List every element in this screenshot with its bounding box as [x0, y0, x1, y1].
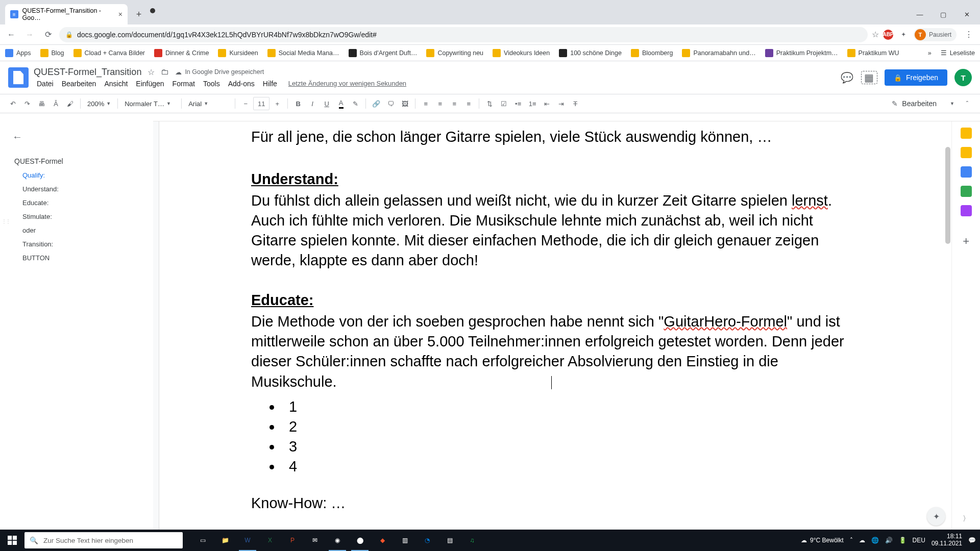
undo-button[interactable]: ↶: [6, 97, 19, 110]
new-tab-button[interactable]: +: [132, 7, 146, 21]
share-button[interactable]: Freigeben: [885, 69, 947, 86]
notepad-icon[interactable]: ▤: [439, 530, 460, 551]
outline-drag-handle[interactable]: ⋮⋮: [2, 218, 10, 224]
menu-datei[interactable]: Datei: [34, 79, 57, 89]
align-left-button[interactable]: ≡: [419, 97, 432, 110]
print-button[interactable]: 🖶: [35, 97, 48, 110]
present-icon[interactable]: ▦: [861, 71, 877, 84]
chrome-account-dot-icon[interactable]: [150, 8, 155, 13]
menu-hilfe[interactable]: Hilfe: [260, 79, 280, 89]
bookmark-star-icon[interactable]: ☆: [872, 30, 879, 39]
bookmark-item[interactable]: Praktikum Projektm…: [765, 49, 838, 57]
window-maximize-button[interactable]: ▢: [932, 6, 954, 22]
spellcheck-button[interactable]: Ǎ: [49, 97, 62, 110]
outdent-button[interactable]: ⇤: [540, 97, 553, 110]
menu-ansicht[interactable]: Ansicht: [101, 79, 131, 89]
window-minimize-button[interactable]: —: [909, 6, 931, 22]
bookmark-item[interactable]: Panoramabahn und…: [682, 49, 755, 57]
outline-item-button[interactable]: BUTTON: [0, 251, 153, 265]
add-addon-button[interactable]: +: [963, 235, 969, 248]
word-icon[interactable]: W: [237, 530, 258, 551]
nav-back-button[interactable]: ←: [4, 28, 18, 42]
bulleted-list-button[interactable]: •≡: [511, 97, 525, 110]
battery-icon[interactable]: 🔋: [899, 537, 906, 544]
app-icon[interactable]: ▥: [394, 530, 415, 551]
clear-format-button[interactable]: T: [569, 97, 582, 110]
font-size-increase[interactable]: +: [271, 97, 284, 110]
link-button[interactable]: 🔗: [370, 97, 383, 110]
menu-format[interactable]: Format: [169, 79, 198, 89]
keep-icon[interactable]: [961, 147, 972, 158]
paint-format-button[interactable]: 🖌: [63, 97, 77, 110]
menu-tools[interactable]: Tools: [200, 79, 223, 89]
powerpoint-icon[interactable]: P: [282, 530, 303, 551]
style-select[interactable]: Normaler T…▼: [121, 100, 178, 108]
brave-icon[interactable]: ◆: [372, 530, 393, 551]
bookmark-item[interactable]: Cload + Canva Bilder: [74, 49, 145, 57]
font-size-input[interactable]: 11: [253, 97, 270, 110]
volume-icon[interactable]: 🔊: [885, 537, 893, 544]
menu-addons[interactable]: Add-ons: [225, 79, 258, 89]
font-size-decrease[interactable]: −: [239, 97, 252, 110]
star-icon[interactable]: ☆: [148, 67, 155, 77]
browser-tab[interactable]: ≡ QUEST-Formel_Transition - Goo… ×: [5, 4, 128, 24]
tray-chevron-icon[interactable]: ˄: [850, 537, 853, 544]
document-page[interactable]: Für all jene, die schon länger Gitarre s…: [159, 121, 951, 530]
document-title[interactable]: QUEST-Formel_Transition: [34, 67, 141, 78]
close-tab-icon[interactable]: ×: [118, 10, 122, 18]
notifications-icon[interactable]: 💬: [968, 537, 976, 544]
outline-item-qualify[interactable]: Qualify:: [0, 168, 153, 182]
bookmark-item[interactable]: Kursideen: [218, 49, 258, 57]
menu-einfuegen[interactable]: Einfügen: [133, 79, 167, 89]
move-icon[interactable]: 🗀: [161, 67, 169, 77]
align-right-button[interactable]: ≡: [448, 97, 461, 110]
onedrive-icon[interactable]: ☁: [859, 537, 865, 544]
network-icon[interactable]: 🌐: [871, 537, 879, 544]
zoom-select[interactable]: 200%▼: [84, 100, 114, 108]
editing-mode-select[interactable]: Bearbeiten▼: [887, 99, 960, 108]
apps-button[interactable]: Apps: [5, 49, 31, 57]
bookmark-item[interactable]: Dinner & Crime: [154, 49, 209, 57]
bold-button[interactable]: B: [291, 97, 305, 110]
explorer-icon[interactable]: 📁: [214, 530, 236, 551]
url-field[interactable]: 🔒 docs.google.com/document/d/1gq1vR4X3ek…: [59, 27, 868, 42]
font-select[interactable]: Arial▼: [185, 100, 231, 108]
account-avatar[interactable]: T: [954, 69, 972, 86]
highlight-button[interactable]: ✎: [349, 97, 362, 110]
window-close-button[interactable]: ✕: [955, 6, 978, 22]
nav-forward-button[interactable]: →: [22, 28, 37, 42]
collapse-toolbar-button[interactable]: ˆ: [961, 97, 974, 110]
excel-icon[interactable]: X: [259, 530, 281, 551]
spotify-icon[interactable]: ♫: [461, 530, 483, 551]
outline-item-oder[interactable]: oder: [0, 223, 153, 237]
obs-icon[interactable]: ⬤: [349, 530, 371, 551]
comments-icon[interactable]: 💬: [841, 71, 854, 84]
bookmark-item[interactable]: 100 schöne Dinge: [559, 49, 622, 57]
numbered-list-button[interactable]: 1≡: [526, 97, 539, 110]
docs-logo-icon[interactable]: [8, 67, 29, 88]
abp-extension-icon[interactable]: ABP: [883, 30, 893, 40]
calendar-icon[interactable]: [961, 128, 972, 139]
text-color-button[interactable]: A: [334, 97, 348, 110]
start-button[interactable]: [0, 530, 24, 551]
bookmark-item[interactable]: Videokurs Ideen: [493, 49, 550, 57]
image-button[interactable]: 🖼: [398, 97, 411, 110]
bookmark-item[interactable]: Praktikum WU: [847, 49, 899, 57]
explore-button[interactable]: ✦: [927, 507, 945, 525]
underline-button[interactable]: U: [320, 97, 333, 110]
side-panel-toggle[interactable]: 〉: [963, 514, 974, 525]
edge-icon[interactable]: ◔: [416, 530, 438, 551]
task-view-icon[interactable]: ▭: [192, 530, 213, 551]
outline-item-transition[interactable]: Transition:: [0, 237, 153, 251]
menu-bearbeiten[interactable]: Bearbeiten: [59, 79, 100, 89]
extensions-icon[interactable]: ✦: [898, 30, 909, 40]
bookmark-item[interactable]: Social Media Mana…: [267, 49, 339, 57]
indent-button[interactable]: ⇥: [554, 97, 568, 110]
nav-reload-button[interactable]: ⟳: [41, 28, 55, 42]
last-edit-link[interactable]: Letzte Änderung vor wenigen Sekunden: [285, 79, 409, 89]
tasks-icon[interactable]: [961, 166, 972, 178]
redo-button[interactable]: ↷: [20, 97, 34, 110]
outline-item-stimulate[interactable]: Stimulate:: [0, 210, 153, 223]
maps-icon[interactable]: [961, 205, 972, 216]
language-indicator[interactable]: DEU: [913, 537, 925, 544]
